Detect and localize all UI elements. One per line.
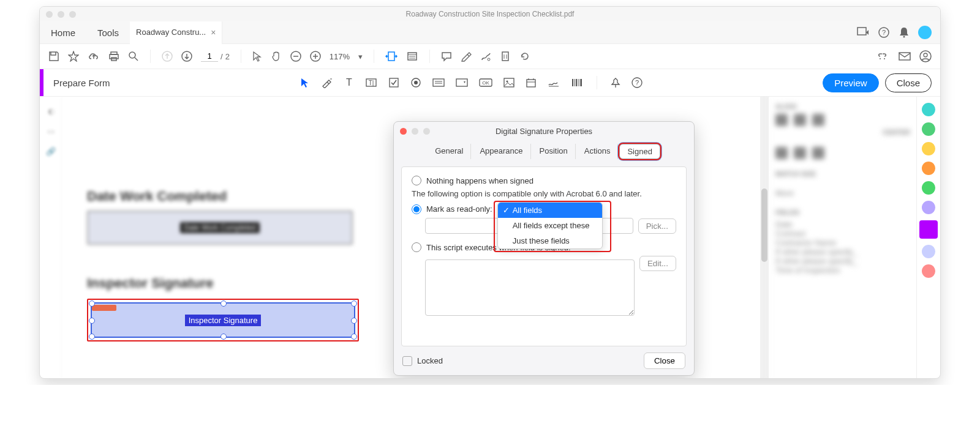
titlebar: Roadway Construction Site Inspection Che…: [40, 7, 940, 21]
draw-icon[interactable]: [480, 51, 491, 62]
radio-readonly[interactable]: [412, 204, 421, 214]
zoom-chevron-icon[interactable]: ▾: [358, 52, 363, 61]
fit-page-icon[interactable]: [406, 51, 418, 62]
svg-point-42: [506, 81, 508, 83]
readonly-dropdown-menu: All fields All fields except these Just …: [497, 202, 603, 249]
tab-actions[interactable]: Actions: [577, 144, 619, 159]
mail-icon[interactable]: [899, 51, 911, 61]
print-icon[interactable]: [108, 51, 119, 62]
highlight-icon[interactable]: [461, 51, 472, 62]
signature-field[interactable]: Inspector Signature: [91, 302, 355, 338]
locked-checkbox[interactable]: [402, 356, 412, 366]
pointer-tool-icon[interactable]: [300, 77, 310, 88]
radio-readonly-label: Mark as read-only:: [426, 204, 492, 214]
prepare-form-rail-icon[interactable]: [919, 220, 938, 239]
comment-icon[interactable]: [441, 51, 452, 62]
svg-rect-22: [502, 52, 508, 61]
document-canvas[interactable]: Date Work Completed Date Work Completed …: [62, 97, 769, 378]
date-field-box[interactable]: Date Work Completed: [87, 211, 353, 245]
button-tool-icon[interactable]: OK: [479, 78, 492, 87]
screen-icon[interactable]: [857, 27, 869, 38]
text-field-icon[interactable]: T: [344, 77, 354, 88]
image-field-icon[interactable]: [503, 78, 514, 88]
preview-button[interactable]: Preview: [823, 73, 878, 92]
vertical-scrollbar[interactable]: [760, 97, 769, 378]
page-up-icon[interactable]: [162, 51, 173, 62]
erase-icon[interactable]: [500, 51, 511, 62]
tab-home[interactable]: Home: [40, 28, 86, 38]
radio-nothing[interactable]: [412, 176, 421, 185]
dialog-close-button[interactable]: Close: [644, 353, 685, 369]
document-tab[interactable]: Roadway Constru... ×: [130, 21, 222, 45]
close-mode-button[interactable]: Close: [885, 73, 932, 92]
dialog-footer: Locked Close: [394, 346, 694, 375]
rotate-icon[interactable]: [519, 51, 530, 62]
dd-except[interactable]: All fields except these: [498, 218, 602, 233]
selected-field-highlight: Inspector Signature: [87, 299, 359, 341]
profile-icon[interactable]: [919, 50, 932, 62]
radio-script[interactable]: [412, 242, 421, 252]
svg-point-27: [924, 53, 927, 57]
pin-icon[interactable]: [611, 77, 620, 88]
tab-general[interactable]: General: [428, 144, 471, 159]
dd-all-fields[interactable]: All fields: [498, 203, 602, 218]
compat-note: The following option is compatible only …: [412, 189, 676, 198]
field-label-date: Date Work Completed: [87, 188, 353, 204]
pick-button[interactable]: Pick...: [638, 218, 676, 234]
list-box-icon[interactable]: [432, 78, 445, 88]
zoom-level[interactable]: 117%: [330, 52, 350, 61]
svg-rect-25: [899, 53, 910, 60]
user-avatar[interactable]: [918, 26, 932, 39]
script-textarea[interactable]: [425, 259, 635, 316]
radio-tool-icon[interactable]: [410, 77, 421, 88]
page-down-icon[interactable]: [181, 51, 192, 62]
help2-icon[interactable]: ?: [631, 77, 643, 88]
checkbox-tool-icon[interactable]: [388, 77, 399, 88]
text-box-icon[interactable]: T|: [365, 77, 377, 88]
zoom-out-icon[interactable]: [290, 51, 301, 62]
barcode-tool-icon[interactable]: [571, 78, 583, 88]
prepare-form-label: Prepare Form: [43, 78, 120, 88]
dialog-titlebar[interactable]: Digital Signature Properties: [394, 122, 694, 140]
svg-rect-32: [390, 78, 398, 87]
tab-tools[interactable]: Tools: [86, 28, 130, 38]
tab-signed[interactable]: Signed: [619, 144, 660, 159]
field-label-signature: Inspector Signature: [87, 275, 214, 291]
dialog-tabs: General Appearance Position Actions Sign…: [394, 144, 694, 159]
edit-button[interactable]: Edit...: [639, 256, 676, 271]
dd-just[interactable]: Just these fields: [498, 233, 602, 248]
select-tool-icon[interactable]: [252, 51, 262, 62]
left-nav-rail[interactable]: ◐▭🔗: [40, 97, 62, 378]
edit-text-tool-icon[interactable]: [321, 77, 333, 88]
star-icon[interactable]: [68, 51, 79, 62]
tab-appearance[interactable]: Appearance: [472, 144, 530, 159]
fit-width-icon[interactable]: [385, 51, 398, 62]
hand-tool-icon[interactable]: [271, 51, 282, 62]
right-tool-rail[interactable]: [916, 97, 940, 378]
close-tab-icon[interactable]: ×: [211, 28, 216, 37]
signature-field-icon[interactable]: [548, 78, 560, 88]
signature-field-tag: Inspector Signature: [185, 315, 262, 326]
main-toolbar: / 2 117% ▾: [40, 44, 940, 69]
zoom-in-icon[interactable]: [310, 51, 321, 62]
right-properties-panel: ALIGN CENTER MATCH SIZE More FIELDS Date…: [769, 97, 916, 378]
svg-rect-43: [527, 80, 535, 87]
bell-icon[interactable]: [899, 26, 910, 39]
field-list[interactable]: Date Contract Contractor Name If other p…: [775, 220, 910, 275]
page-indicator: / 2: [201, 51, 230, 62]
svg-text:?: ?: [635, 79, 639, 86]
dropdown-tool-icon[interactable]: [456, 78, 468, 88]
save-icon[interactable]: [48, 51, 59, 62]
dialog-body: Nothing happens when signed The followin…: [401, 166, 687, 346]
tab-position[interactable]: Position: [532, 144, 576, 159]
cloud-upload-icon[interactable]: [88, 51, 100, 62]
date-field-icon[interactable]: [526, 77, 537, 88]
svg-text:T|: T|: [369, 80, 374, 86]
page-current-input[interactable]: [201, 51, 218, 62]
svg-text:?: ?: [882, 29, 886, 36]
link-icon[interactable]: [876, 51, 890, 62]
find-icon[interactable]: [128, 51, 139, 62]
help-icon[interactable]: ?: [878, 26, 890, 39]
svg-point-21: [488, 58, 490, 61]
svg-text:OK: OK: [482, 80, 489, 86]
